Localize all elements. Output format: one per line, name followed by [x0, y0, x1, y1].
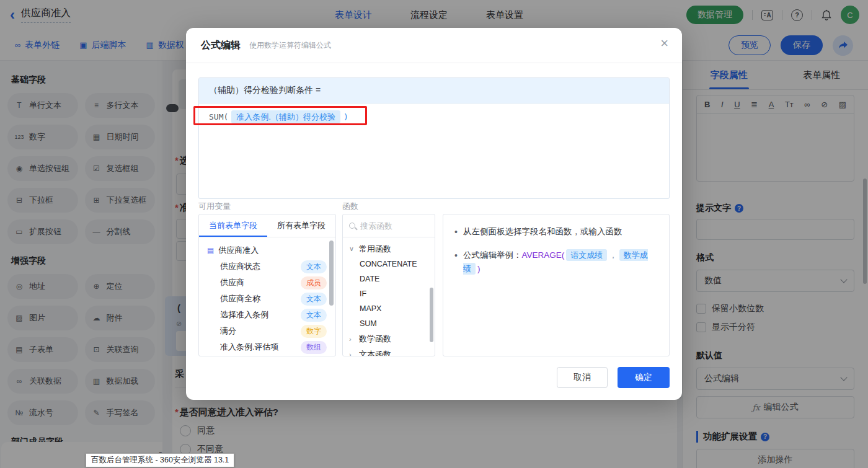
formula-variable-token[interactable]: 准入条例.（辅助）得分校验 [231, 110, 340, 123]
form-doc-icon: ▤ [207, 246, 214, 255]
function-group-label: 常用函数 [359, 244, 391, 255]
close-icon[interactable]: × [660, 37, 668, 50]
field-type-badge: 文本 [301, 309, 327, 322]
variables-scrollbar[interactable] [329, 241, 334, 306]
variable-row[interactable]: 满分数字 [199, 323, 335, 339]
variable-name: 满分 [220, 325, 236, 337]
field-type-badge: 文本 [301, 293, 327, 306]
formula-help-panel: • 从左侧面板选择字段名和函数，或输入函数 • 公式编辑举例：AVERAGE(语… [443, 214, 670, 356]
function-search-input[interactable] [360, 221, 416, 231]
variable-root-label: 供应商准入 [218, 245, 259, 256]
variable-name: 供应商状态 [220, 261, 260, 272]
formula-content[interactable]: SUM(准入条例.（辅助）得分校验) [199, 104, 669, 130]
field-type-badge: 文本 [301, 260, 327, 273]
variable-row[interactable]: 准入条例.评估项数组 [199, 339, 335, 355]
help-example-close: ) [477, 264, 480, 273]
help-line-2: 公式编辑举例：AVERAGE(语文成绩，数学成绩) [463, 249, 658, 276]
chevron-collapsed-icon: › [349, 335, 355, 343]
search-icon [349, 223, 355, 229]
field-type-badge: 数组 [301, 341, 327, 354]
function-group-text[interactable]: › 文本函数 [343, 347, 435, 356]
function-item[interactable]: SUM [343, 316, 435, 331]
tab-current-form-fields[interactable]: 当前表单字段 [199, 214, 267, 237]
modal-subtitle: 使用数学运算符编辑公式 [249, 40, 331, 51]
formula-target-label: （辅助）得分检验判断条件 = [209, 85, 321, 96]
variable-tree-root[interactable]: ▤ 供应商准入 [199, 242, 335, 258]
field-type-badge: 成员 [301, 276, 327, 289]
variable-row[interactable]: 供应商成员 [199, 275, 335, 291]
help-line-1: 从左侧面板选择字段名和函数，或输入函数 [463, 225, 622, 239]
function-group-common[interactable]: ∨ 常用函数 [343, 241, 435, 257]
help-example-comma: ， [609, 250, 618, 260]
chevron-collapsed-icon: › [349, 351, 355, 357]
confirm-button[interactable]: 确定 [618, 367, 670, 388]
bullet-icon: • [454, 249, 458, 262]
browser-tooltip: 百数后台管理系统 - 360安全浏览器 13.1 [86, 453, 234, 467]
field-type-badge: 数字 [301, 325, 327, 338]
function-group-label: 文本函数 [359, 349, 391, 357]
function-group-math[interactable]: › 数学函数 [343, 331, 435, 347]
help-example-function: AVERAGE( [521, 250, 564, 260]
functions-label: 函数 [342, 201, 358, 212]
variable-name: 选择准入条例 [220, 309, 268, 320]
help-example-prefix: 公式编辑举例： [463, 250, 522, 260]
variable-row[interactable]: 选择准入条例文本 [199, 307, 335, 323]
variable-row[interactable]: 供应商状态文本 [199, 258, 335, 275]
modal-title: 公式编辑 [201, 39, 241, 52]
formula-editor-box[interactable]: （辅助）得分检验判断条件 = SUM(准入条例.（辅助）得分校验) [198, 77, 670, 199]
chevron-expanded-icon: ∨ [349, 245, 355, 253]
formula-close-paren: ) [343, 112, 348, 121]
functions-scrollbar[interactable] [430, 288, 433, 342]
function-search[interactable] [343, 214, 435, 237]
formula-edit-modal: 公式编辑 使用数学运算符编辑公式 × （辅助）得分检验判断条件 = SUM(准入… [186, 28, 682, 400]
function-item[interactable]: CONCATENATE [343, 257, 435, 272]
cancel-button[interactable]: 取消 [557, 367, 608, 388]
variable-name: 准入条例.评估项 [220, 342, 279, 353]
variables-panel: 当前表单字段 所有表单字段 ▤ 供应商准入 供应商状态文本 供应商成员 供应商全… [198, 214, 336, 356]
variables-label: 可用变量 [198, 201, 231, 212]
variable-name: 供应商全称 [220, 293, 260, 304]
tab-all-form-fields[interactable]: 所有表单字段 [267, 214, 335, 237]
variable-name: 供应商 [220, 277, 244, 288]
function-item[interactable]: IF [343, 286, 435, 301]
function-item[interactable]: MAPX [343, 301, 435, 316]
formula-target-bar: （辅助）得分检验判断条件 = [199, 78, 669, 104]
formula-function-text: SUM( [209, 112, 228, 121]
function-item[interactable]: DATE [343, 272, 435, 286]
bullet-icon: • [454, 225, 458, 239]
functions-panel: ∨ 常用函数 CONCATENATE DATE IF MAPX SUM › 数学… [342, 214, 435, 356]
help-example-var1: 语文成绩 [566, 249, 607, 261]
variable-row[interactable]: 供应商全称文本 [199, 291, 335, 307]
function-group-label: 数学函数 [359, 333, 391, 345]
